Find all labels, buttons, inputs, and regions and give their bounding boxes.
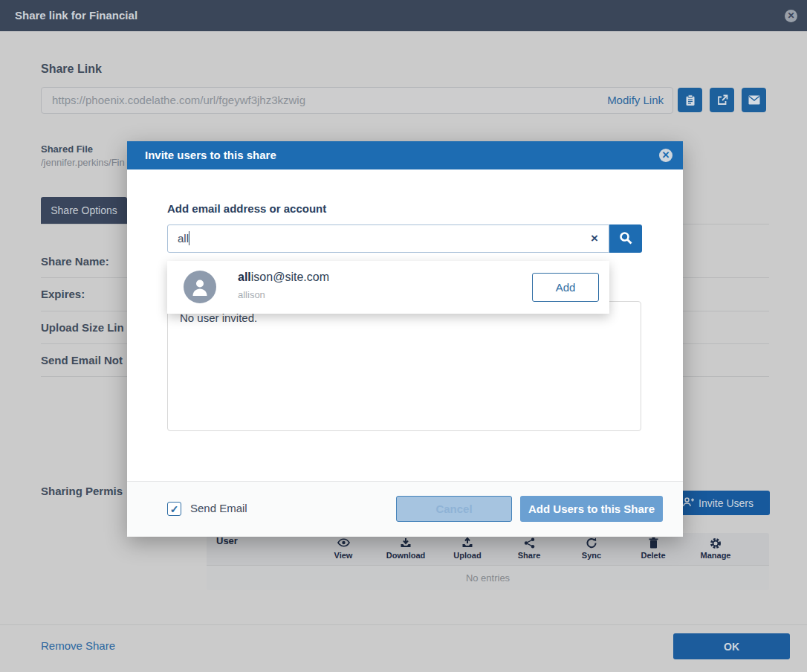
search-icon [619,231,632,247]
add-email-label: Add email address or account [167,202,326,215]
view-column-header: View [312,533,375,565]
sync-column-header: Sync [560,533,623,565]
shared-file-path: /jennifer.perkins/Fin [41,157,127,168]
sharing-permissions-heading: Sharing Permis [41,485,126,497]
add-users-to-share-button[interactable]: Add Users to this Share [520,496,663,522]
download-icon [375,537,437,550]
text-caret [189,231,189,245]
modal-close-icon[interactable]: ✕ [659,149,672,162]
ok-button[interactable]: OK [673,633,790,659]
manage-column-header: Manage [684,533,747,565]
close-icon[interactable]: ✕ [785,10,797,22]
suggestion-username: allison [238,289,265,300]
user-suggestion-item[interactable]: allison@site.com allison Add [167,261,609,314]
shared-file-heading: Shared File [41,143,93,155]
upload-column-header: Upload [436,533,499,565]
eye-icon [312,537,375,550]
avatar [184,271,216,303]
send-email-label: Send Email [190,502,247,514]
share-options-tab[interactable]: Share Options [41,197,127,224]
invited-users-list: No user invited. [167,301,641,431]
trash-icon [622,537,684,550]
email-search-value: all [178,225,189,252]
modal-footer: ✓ Send Email Cancel Add Users to this Sh… [127,481,683,537]
share-url-value: https://phoenix.codelathe.com/url/fgeywf… [52,88,305,113]
upload-size-limit-label: Upload Size Lin [41,321,126,334]
send-email-notifications-label: Send Email Not [41,354,126,366]
permissions-table: User View Download Upload Share Sync [207,533,769,590]
footer-divider [0,624,807,625]
envelope-icon [748,95,760,105]
suggestion-email: allison@site.com [238,271,329,284]
upload-icon [436,537,499,550]
modal-titlebar: Invite users to this share ✕ [127,141,683,169]
clear-search-icon[interactable]: × [591,225,598,252]
dialog-title: Share link for Financial [15,0,137,31]
modify-link-button[interactable]: Modify Link [607,88,664,113]
delete-column-header: Delete [622,533,684,565]
clipboard-icon [684,94,696,106]
share-dialog-page: Share link for Financial ✕ Share Link ht… [0,0,807,672]
search-button[interactable] [609,224,642,253]
no-entries-row: No entries [207,565,769,590]
invite-users-modal: Invite users to this share ✕ Add email a… [127,141,683,537]
sync-icon [560,537,623,550]
invite-users-label: Invite Users [699,497,753,509]
permissions-table-header: User View Download Upload Share Sync [207,533,769,565]
person-plus-icon [683,497,694,509]
email-link-button[interactable] [742,88,766,112]
email-search-input[interactable]: all × [167,224,609,253]
share-icon [498,537,560,550]
user-column-header: User [216,535,238,546]
share-link-heading: Share Link [41,62,102,76]
open-external-icon [716,94,728,106]
open-link-button[interactable] [710,88,734,112]
gear-icon [684,537,747,550]
share-url-field[interactable]: https://phoenix.codelathe.com/url/fgeywf… [41,87,673,114]
share-column-header: Share [498,533,560,565]
expires-label: Expires: [41,288,126,300]
add-user-button[interactable]: Add [532,273,599,302]
copy-link-button[interactable] [678,88,702,112]
send-email-checkbox[interactable]: ✓ [167,502,181,516]
cancel-button[interactable]: Cancel [396,496,512,522]
share-name-label: Share Name: [41,255,126,268]
remove-share-link[interactable]: Remove Share [41,639,115,652]
modal-title: Invite users to this share [145,141,276,169]
download-column-header: Download [375,533,437,565]
dialog-titlebar: Share link for Financial ✕ [0,0,807,31]
